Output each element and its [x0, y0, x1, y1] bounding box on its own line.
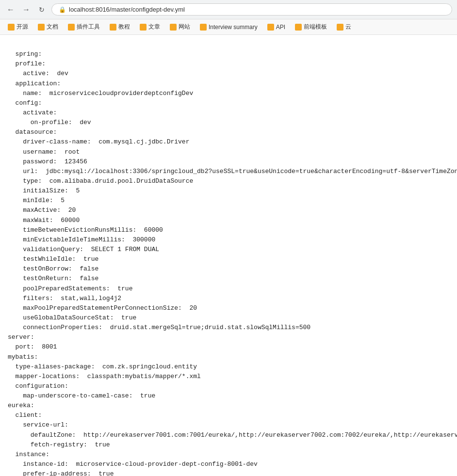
bookmark-label-wenzhang: 文章: [148, 23, 160, 31]
bookmark-icon-api: [267, 24, 274, 31]
content-area: spring: profile: active: dev application…: [0, 35, 457, 476]
bookmark-item-qianduan[interactable]: 前端模板: [291, 21, 331, 32]
bookmark-item-interview[interactable]: Interview summary: [196, 22, 261, 32]
bookmark-icon-wendang: [38, 24, 45, 31]
yaml-content: spring: profile: active: dev application…: [8, 50, 457, 476]
bookmark-icon-qianduan: [295, 24, 302, 31]
bookmark-icon-wenzhang: [140, 24, 147, 31]
bookmark-item-chajian[interactable]: 插件工具: [64, 21, 104, 32]
bookmark-item-yun[interactable]: 云: [333, 21, 355, 32]
bookmark-icon-kaiyuan: [8, 24, 15, 31]
bookmark-label-yun: 云: [345, 23, 351, 31]
bookmark-item-api[interactable]: API: [263, 22, 289, 32]
back-button[interactable]: ←: [5, 4, 16, 16]
reload-button[interactable]: ↻: [36, 4, 48, 16]
bookmark-label-interview: Interview summary: [209, 24, 258, 31]
bookmark-icon-interview: [200, 24, 207, 31]
bookmark-icon-wangzhan: [170, 24, 177, 31]
bookmark-label-qianduan: 前端模板: [304, 23, 327, 31]
bookmark-item-wangzhan[interactable]: 网站: [166, 21, 194, 32]
url-text: localhost:8016/master/configdept-dev.yml: [69, 6, 185, 13]
bookmark-item-kaiyuan[interactable]: 开源: [4, 21, 32, 32]
bookmarks-bar: 开源文档插件工具教程文章网站Interview summaryAPI前端模板云: [0, 19, 457, 35]
bookmark-label-chajian: 插件工具: [77, 23, 100, 31]
bookmark-item-jiaocheng[interactable]: 教程: [106, 21, 134, 32]
bookmark-item-wenzhang[interactable]: 文章: [136, 21, 164, 32]
bookmark-icon-jiaocheng: [110, 24, 116, 31]
bookmark-label-wangzhan: 网站: [179, 23, 190, 31]
bookmark-item-wendang[interactable]: 文档: [34, 21, 62, 32]
bookmark-label-jiaocheng: 教程: [118, 23, 130, 31]
forward-button[interactable]: →: [20, 4, 32, 16]
bookmark-label-api: API: [276, 24, 285, 31]
bookmark-icon-chajian: [68, 24, 75, 31]
lock-icon: 🔒: [59, 6, 66, 13]
bookmark-label-kaiyuan: 开源: [16, 23, 28, 31]
browser-bar: ← → ↻ 🔒 localhost:8016/master/configdept…: [0, 0, 457, 19]
address-bar[interactable]: 🔒 localhost:8016/master/configdept-dev.y…: [51, 3, 452, 16]
bookmark-label-wendang: 文档: [47, 23, 58, 31]
bookmark-icon-yun: [337, 24, 343, 31]
